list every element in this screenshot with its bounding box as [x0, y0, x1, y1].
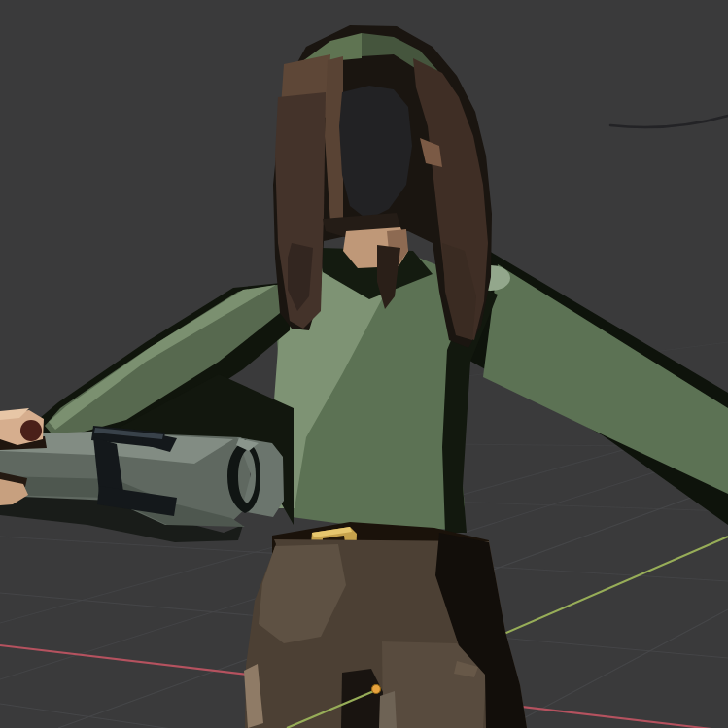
origin-dot[interactable]	[372, 685, 381, 694]
thumb-nail-dark	[20, 420, 42, 441]
pants	[244, 533, 527, 728]
crotch-gray-wedge	[379, 691, 397, 728]
viewport-3d[interactable]	[0, 0, 728, 728]
viewport-canvas[interactable]	[0, 0, 728, 728]
